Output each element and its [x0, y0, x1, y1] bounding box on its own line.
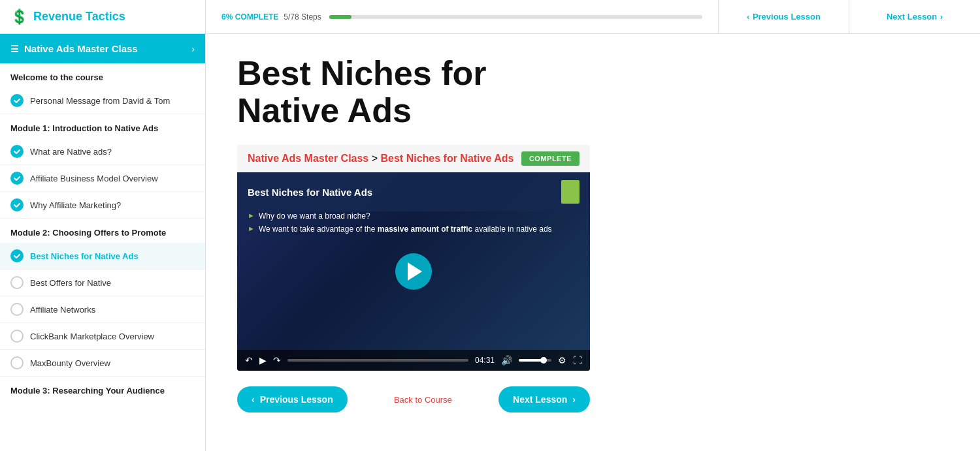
lesson-label: Affiliate Business Model Overview [30, 174, 158, 183]
next-lesson-button[interactable]: Next Lesson › [498, 386, 590, 412]
lesson-personal-message[interactable]: Personal Message from David & Tom [0, 87, 205, 114]
video-inner: Best Niches for Native Ads ► Why do we w… [237, 172, 590, 371]
top-header: 💲 Revenue Tactics 6% COMPLETE 5/78 Steps… [0, 0, 980, 34]
lesson-best-offers[interactable]: Best Offers for Native [0, 270, 205, 296]
next-chevron-icon: › [572, 394, 576, 405]
sidebar-course-title: ☰ Native Ads Master Class [10, 43, 138, 54]
sidebar-course-icon: ☰ [10, 44, 19, 54]
play-icon [408, 262, 422, 281]
play-button[interactable] [395, 253, 432, 290]
next-lesson-nav[interactable]: Next Lesson › [849, 0, 980, 33]
prev-lesson-button[interactable]: ‹ Previous Lesson [237, 386, 348, 412]
lesson-best-niches[interactable]: Best Niches for Native Ads [0, 243, 205, 270]
prev-lesson-label: Previous Lesson [753, 12, 821, 22]
lesson-label: MaxBounty Overview [30, 358, 110, 368]
sidebar: ☰ Native Ads Master Class › Welcome to t… [0, 34, 206, 451]
bullet2-text: We want to take advantage of the massive… [259, 225, 552, 234]
video-time: 04:31 [475, 356, 495, 365]
lesson-label: Affiliate Networks [30, 305, 95, 315]
bullet-arrow-icon: ► [248, 211, 255, 219]
logo-icon: 💲 [10, 8, 28, 25]
video-bullets: ► Why do we want a broad niche? ► We wan… [248, 211, 552, 238]
play-pause-button[interactable]: ▶ [259, 355, 267, 365]
section-welcome-title: Welcome to the course [0, 63, 205, 87]
lesson-label: What are Native ads? [30, 147, 112, 157]
section-module3-title: Module 3: Researching Your Audience [0, 377, 205, 401]
volume-fill [519, 359, 542, 362]
video-player[interactable]: Best Niches for Native Ads ► Why do we w… [237, 172, 590, 371]
lesson-what-are-native[interactable]: What are Native ads? [0, 138, 205, 165]
lesson-label: Why Affiliate Marketing? [30, 200, 121, 210]
sidebar-header: ☰ Native Ads Master Class › [0, 34, 205, 63]
lesson-label: Best Offers for Native [30, 278, 111, 288]
section-module2-title: Module 2: Choosing Offers to Promote [0, 219, 205, 243]
breadcrumb: Native Ads Master Class > Best Niches fo… [248, 153, 514, 164]
back-to-course-link[interactable]: Back to Course [394, 395, 452, 405]
progress-area: 6% COMPLETE 5/78 Steps [206, 0, 719, 33]
circle-incomplete-icon [10, 303, 24, 316]
next-lesson-label: Next Lesson [887, 12, 937, 22]
prev-chevron-icon: ‹ [747, 12, 749, 22]
lesson-affiliate-networks[interactable]: Affiliate Networks [0, 296, 205, 323]
check-icon [10, 94, 24, 107]
progress-label: 6% COMPLETE [221, 12, 278, 22]
video-title-text: Best Niches for Native Ads [248, 187, 372, 198]
check-icon [10, 198, 24, 211]
volume-icon[interactable]: 🔊 [501, 355, 512, 365]
check-icon [10, 249, 24, 262]
lesson-label: ClickBank Marketplace Overview [30, 332, 154, 341]
circle-incomplete-icon [10, 356, 24, 369]
check-icon [10, 145, 24, 158]
breadcrumb-bar: Native Ads Master Class > Best Niches fo… [237, 145, 590, 172]
breadcrumb-lesson: Best Niches for Native Ads [381, 153, 514, 164]
complete-badge: COMPLETE [521, 151, 580, 166]
content-area: Best Niches forNative Ads Native Ads Mas… [206, 34, 980, 451]
fullscreen-icon[interactable]: ⛶ [573, 355, 582, 365]
sidebar-collapse-icon[interactable]: › [191, 44, 195, 54]
progress-bar-fill [329, 15, 351, 19]
next-chevron-icon: › [940, 12, 943, 22]
breadcrumb-course[interactable]: Native Ads Master Class [248, 153, 368, 164]
main-body: ☰ Native Ads Master Class › Welcome to t… [0, 34, 980, 451]
settings-icon[interactable]: ⚙ [558, 355, 566, 365]
forward-10-button[interactable]: ↷ [273, 355, 281, 365]
breadcrumb-separator: > [372, 153, 381, 164]
bottom-nav: ‹ Previous Lesson Back to Course Next Le… [237, 386, 590, 412]
video-green-rect [561, 180, 580, 204]
logo-area: 💲 Revenue Tactics [0, 0, 206, 33]
video-title-overlay: Best Niches for Native Ads [237, 172, 590, 211]
circle-incomplete-icon [10, 330, 24, 343]
check-icon [10, 172, 24, 185]
lesson-maxbounty[interactable]: MaxBounty Overview [0, 350, 205, 377]
lesson-clickbank[interactable]: ClickBank Marketplace Overview [0, 323, 205, 350]
circle-incomplete-icon [10, 276, 24, 289]
section-module1-title: Module 1: Introduction to Native Ads [0, 114, 205, 138]
prev-lesson-nav[interactable]: ‹ Previous Lesson [719, 0, 849, 33]
progress-bar-bg [329, 15, 702, 19]
progress-steps: 5/78 Steps [284, 12, 321, 22]
video-bullet-1: ► Why do we want a broad niche? [248, 211, 552, 221]
lesson-label: Best Niches for Native Ads [30, 251, 139, 261]
video-progress-track[interactable] [287, 359, 468, 362]
rewind-10-button[interactable]: ↶ [245, 355, 253, 365]
volume-knob [540, 357, 547, 364]
bullet-arrow-icon: ► [248, 225, 255, 232]
prev-chevron-icon: ‹ [252, 394, 255, 405]
lesson-why-affiliate[interactable]: Why Affiliate Marketing? [0, 192, 205, 219]
volume-track[interactable] [519, 359, 551, 362]
video-bullet-2: ► We want to take advantage of the massi… [248, 225, 552, 234]
lesson-affiliate-business[interactable]: Affiliate Business Model Overview [0, 165, 205, 192]
lesson-label: Personal Message from David & Tom [30, 96, 170, 106]
logo-text: Revenue Tactics [33, 10, 125, 23]
video-controls: ↶ ▶ ↷ 04:31 🔊 ⚙ ⛶ [237, 350, 590, 371]
lesson-title: Best Niches forNative Ads [237, 55, 949, 129]
